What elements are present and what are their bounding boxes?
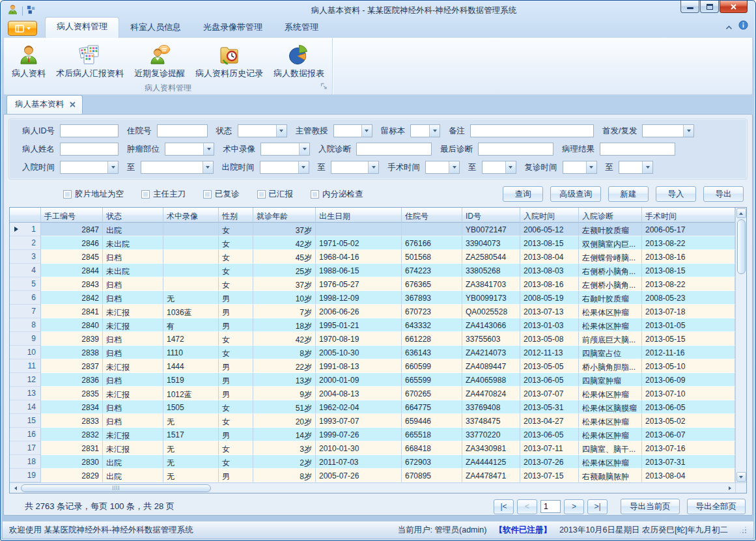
- table-row[interactable]: 52843归档女37岁1976-05-27676365ZA38417032013…: [10, 277, 735, 291]
- filter-combo[interactable]: [331, 161, 379, 174]
- column-header[interactable]: 出生日期: [316, 208, 402, 223]
- patient-records-button[interactable]: 病人资料: [7, 41, 51, 81]
- vertical-scrollbar[interactable]: [735, 208, 746, 482]
- column-header[interactable]: 入院诊断: [579, 208, 642, 223]
- last-page-button[interactable]: >|: [587, 499, 608, 514]
- dialog-launcher-icon[interactable]: [320, 83, 328, 92]
- column-header[interactable]: 手工编号: [41, 208, 103, 223]
- combo-dropdown-button[interactable]: [276, 125, 287, 137]
- advanced-query-button[interactable]: 高级查询: [550, 186, 601, 202]
- filter-combo[interactable]: [165, 143, 214, 156]
- combo-dropdown-button[interactable]: [586, 161, 596, 173]
- new-button[interactable]: 新建: [608, 186, 649, 202]
- filter-combo[interactable]: [238, 124, 287, 137]
- application-menu-button[interactable]: [8, 21, 37, 36]
- scroll-down-button[interactable]: [736, 472, 746, 482]
- vertical-scroll-thumb[interactable]: [737, 219, 746, 274]
- combo-dropdown-button[interactable]: [203, 161, 213, 173]
- tab-patient-basic-info[interactable]: 病人基本资料: [7, 95, 83, 114]
- combo-dropdown-button[interactable]: [298, 161, 309, 173]
- filter-text-input[interactable]: [60, 124, 119, 137]
- table-row[interactable]: 192829出院无男8岁2005-07-26670895ZA4478471201…: [10, 469, 735, 482]
- filter-combo[interactable]: [333, 124, 372, 137]
- table-row[interactable]: 142834归档1505女51岁1962-02-0466477533769408…: [10, 400, 735, 414]
- column-header[interactable]: 手术时间: [642, 208, 735, 223]
- column-header[interactable]: 状态: [103, 208, 163, 223]
- close-button[interactable]: [720, 1, 748, 13]
- filter-text-input[interactable]: [478, 143, 553, 156]
- page-number-input[interactable]: [540, 500, 561, 513]
- table-row[interactable]: 182830出院无女2岁2011-07-03672903ZA4444125201…: [10, 455, 735, 469]
- ribbon-tab-staff-info[interactable]: 科室人员信息: [119, 18, 192, 38]
- combo-dropdown-button[interactable]: [203, 143, 214, 155]
- combo-dropdown-button[interactable]: [429, 125, 440, 137]
- ribbon-tab-media-management[interactable]: 光盘录像带管理: [192, 18, 273, 38]
- table-row[interactable]: 72841未汇报1036蓝男7岁2006-06-26670723QA002552…: [10, 305, 735, 318]
- export-button[interactable]: 导出: [703, 186, 744, 202]
- registered-link[interactable]: 【软件已注册】: [494, 525, 552, 536]
- filter-combo[interactable]: [141, 161, 214, 174]
- filter-checkbox[interactable]: 已汇报: [257, 189, 294, 200]
- info-icon[interactable]: [738, 20, 748, 33]
- combo-dropdown-button[interactable]: [505, 161, 516, 173]
- filter-checkbox[interactable]: 已复诊: [203, 189, 240, 200]
- filter-text-input[interactable]: [356, 143, 432, 156]
- table-row[interactable]: 12847出院女37岁YB00721472006-05-12左额叶胶质瘤2006…: [10, 223, 735, 236]
- export-all-pages-button[interactable]: 导出全部页: [687, 499, 746, 514]
- table-row[interactable]: 102838归档1110女8岁2005-10-30636143ZA4214073…: [10, 346, 735, 359]
- first-page-button[interactable]: |<: [494, 499, 514, 514]
- combo-dropdown-button[interactable]: [299, 143, 309, 155]
- query-button[interactable]: 查询: [503, 186, 543, 202]
- column-header[interactable]: 入院时间: [520, 208, 579, 223]
- postop-report-button[interactable]: 术后病人汇报资料: [51, 41, 129, 81]
- filter-checkbox[interactable]: 主任主刀: [141, 189, 186, 200]
- combo-dropdown-button[interactable]: [361, 125, 372, 137]
- resize-grip-icon[interactable]: [738, 526, 747, 534]
- scroll-right-button[interactable]: [724, 484, 735, 493]
- combo-dropdown-button[interactable]: [683, 125, 693, 137]
- collapse-ribbon-icon[interactable]: [725, 21, 733, 33]
- filter-combo[interactable]: [482, 161, 516, 174]
- filter-text-input[interactable]: [157, 124, 208, 137]
- filter-combo[interactable]: [563, 161, 597, 174]
- combo-dropdown-button[interactable]: [368, 161, 378, 173]
- quick-access-grid-icon[interactable]: [27, 5, 36, 17]
- column-header[interactable]: 术中录像: [163, 208, 219, 223]
- filter-checkbox[interactable]: 胶片地址为空: [63, 189, 124, 200]
- table-row[interactable]: 122836归档1519男13岁2000-01-09665599ZA406598…: [10, 373, 735, 387]
- table-row[interactable]: 132835未汇报1012蓝男9岁2004-08-13670265ZA44708…: [10, 387, 735, 400]
- data-report-button[interactable]: 病人数据报表: [268, 41, 329, 81]
- filter-combo[interactable]: [260, 161, 309, 174]
- combo-dropdown-button[interactable]: [642, 161, 652, 173]
- filter-text-input[interactable]: [60, 143, 119, 156]
- table-row[interactable]: 42844未出院女25岁1988-06-15674223338052682013…: [10, 264, 735, 277]
- filter-combo[interactable]: [425, 161, 460, 174]
- column-header[interactable]: 性别: [219, 208, 253, 223]
- filter-combo[interactable]: [260, 143, 310, 156]
- next-page-button[interactable]: >: [564, 499, 584, 514]
- table-row[interactable]: 22846未出院女42岁1971-05-02676166339040732013…: [10, 236, 735, 250]
- table-row[interactable]: 112837未汇报1444男22岁1991-08-13660599ZA40894…: [10, 359, 735, 373]
- followup-reminder-button[interactable]: 近期复诊提醒: [129, 41, 190, 81]
- scroll-left-button[interactable]: [10, 484, 21, 493]
- column-header[interactable]: 住院号: [402, 208, 462, 223]
- table-row[interactable]: 162832未汇报1517男14岁1999-07-266655183377022…: [10, 428, 735, 441]
- column-header[interactable]: ID号: [462, 208, 520, 223]
- filter-combo[interactable]: [60, 161, 119, 174]
- export-current-page-button[interactable]: 导出当前页: [621, 499, 680, 514]
- table-row[interactable]: 172831未汇报无女3岁2010-01-30668418ZA343098120…: [10, 441, 735, 455]
- filter-combo[interactable]: [642, 124, 694, 137]
- horizontal-scrollbar[interactable]: [10, 482, 746, 493]
- filter-text-input[interactable]: [470, 124, 594, 137]
- import-button[interactable]: 导入: [656, 186, 696, 202]
- history-records-button[interactable]: 病人资料历史记录: [190, 41, 268, 81]
- filter-checkbox[interactable]: 内分泌检查: [311, 189, 363, 200]
- table-row[interactable]: 152833归档无女20岁1993-07-0765944633748475201…: [10, 414, 735, 428]
- combo-dropdown-button[interactable]: [107, 161, 118, 173]
- horizontal-scroll-thumb[interactable]: [21, 484, 211, 492]
- previous-page-button[interactable]: <: [517, 499, 537, 514]
- filter-combo[interactable]: [410, 124, 440, 137]
- table-row[interactable]: 32845归档女45岁1968-04-16501568ZA25805442013…: [10, 250, 735, 264]
- ribbon-tab-system[interactable]: 系统管理: [273, 18, 329, 38]
- maximize-button[interactable]: [700, 1, 719, 13]
